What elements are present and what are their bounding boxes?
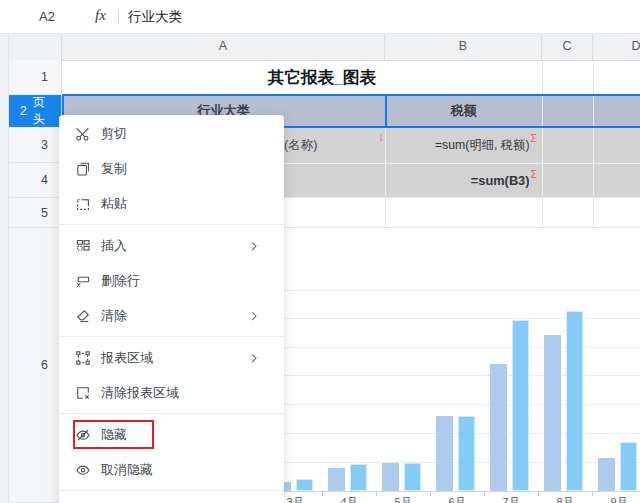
sum-badge-icon: Σ (531, 168, 538, 180)
menu-divider (59, 224, 284, 225)
column-header-A[interactable]: A (62, 33, 385, 60)
copy-icon (75, 161, 91, 177)
formula-bar: A2 fx 行业大类 (0, 0, 640, 34)
bar-series-sky-blue-5月 (404, 463, 421, 491)
paste-icon (75, 196, 91, 212)
clear-report-region-icon (75, 385, 91, 401)
row-number: 5 (41, 206, 48, 220)
bar-series-sky-blue-6月 (458, 416, 475, 491)
chevron-right-icon (248, 310, 260, 322)
clear-icon (75, 308, 91, 324)
menu-item-label: 隐藏 (101, 426, 127, 444)
column-header-C[interactable]: C (542, 33, 593, 60)
row-number: 1 (41, 70, 48, 84)
context-menu: 剪切复制粘贴插入删除行清除报表区域清除报表区域隐藏取消隐藏 (59, 115, 284, 503)
insert-icon (75, 238, 91, 254)
row-header-4[interactable]: 4 (8, 163, 62, 198)
menu-item-label: 粘贴 (101, 195, 127, 213)
x-axis-label: 9月 (605, 495, 633, 503)
column-header-B[interactable]: B (385, 33, 542, 60)
menu-item-clear-report-region[interactable]: 清除报表区域 (59, 375, 284, 410)
axis-tick (538, 491, 539, 496)
menu-divider (59, 413, 284, 414)
bar-series-light-blue-7月 (490, 364, 507, 491)
bar-series-light-blue-8月 (544, 335, 561, 491)
bar-series-light-blue-9月 (598, 458, 615, 491)
axis-tick (484, 491, 485, 496)
unhide-icon (75, 462, 91, 478)
x-axis-label: 7月 (497, 495, 525, 503)
menu-item-label: 剪切 (101, 125, 127, 143)
column-header-row: ABCD (8, 33, 640, 61)
menu-item-copy[interactable]: 复制 (59, 151, 284, 186)
formula-bar-divider (118, 9, 119, 24)
cell-title[interactable]: 其它报表_图表 (62, 60, 582, 95)
left-edge-strip (0, 33, 9, 503)
menu-item-delete-row[interactable]: 删除行 (59, 263, 284, 298)
axis-tick (430, 491, 431, 496)
chevron-right-icon (248, 352, 260, 364)
row-type-tag: 页头 (33, 94, 48, 128)
menu-item-unhide[interactable]: 取消隐藏 (59, 452, 284, 487)
row-header-3[interactable]: 3 (8, 127, 62, 163)
bar-series-sky-blue-8月 (566, 311, 583, 491)
select-all-corner[interactable] (8, 33, 62, 60)
row-header-5[interactable]: 5 (8, 198, 62, 228)
axis-tick (322, 491, 323, 496)
x-axis-label: 3月 (281, 495, 309, 503)
axis-tick (592, 491, 593, 496)
column-header-D[interactable]: D (593, 33, 640, 60)
menu-item-paste[interactable]: 粘贴 (59, 186, 284, 221)
menu-divider (59, 490, 284, 491)
axis-tick (376, 491, 377, 496)
menu-item-label: 清除 (101, 307, 127, 325)
cell-b3[interactable]: =sum(明细, 税额) Σ (385, 127, 537, 163)
x-axis-label: 8月 (551, 495, 579, 503)
cell-b2[interactable]: 税额 (385, 95, 542, 127)
sort-arrow-icon: ↓ (378, 130, 384, 144)
menu-item-label: 插入 (101, 237, 127, 255)
row-number: 4 (41, 173, 48, 187)
delete-row-icon (75, 273, 91, 289)
b4-formula: =sum(B3) (471, 173, 530, 188)
row-header-2[interactable]: 2页头 (8, 95, 62, 127)
spreadsheet-app: A2 fx 行业大类 ABCD 12页头3456 其它报表_图表 行业大类 税额… (0, 0, 640, 503)
bar-series-sky-blue-9月 (620, 442, 637, 491)
row-number: 3 (41, 138, 48, 152)
row-header-1[interactable]: 1 (8, 60, 62, 95)
x-axis-label: 5月 (389, 495, 417, 503)
b3-formula: =sum(明细, 税额) (435, 137, 530, 154)
menu-item-report-region[interactable]: 报表区域 (59, 340, 284, 375)
bar-series-light-blue-5月 (382, 463, 399, 491)
x-axis-label: 4月 (335, 495, 363, 503)
menu-divider (59, 336, 284, 337)
menu-item-clear[interactable]: 清除 (59, 298, 284, 333)
fx-icon: fx (95, 0, 106, 33)
menu-item-label: 复制 (101, 160, 127, 178)
bar-series-light-blue-4月 (328, 468, 345, 491)
bar-series-sky-blue-7月 (512, 320, 529, 491)
cell-b4[interactable]: =sum(B3) Σ (385, 163, 537, 198)
menu-item-insert[interactable]: 插入 (59, 228, 284, 263)
report-region-icon (75, 350, 91, 366)
bar-series-sky-blue-3月 (296, 479, 313, 491)
row-number: 6 (41, 358, 48, 372)
chevron-right-icon (248, 240, 260, 252)
cell-reference-box[interactable]: A2 (8, 0, 86, 33)
bar-series-light-blue-6月 (436, 416, 453, 491)
cell-a3-visible-text[interactable]: (名称) (284, 127, 317, 163)
row-number: 2 (20, 104, 27, 118)
sum-badge-icon: Σ (531, 132, 538, 144)
menu-item-cut[interactable]: 剪切 (59, 116, 284, 151)
x-axis-label: 6月 (443, 495, 471, 503)
row-header-6[interactable]: 6 (8, 228, 62, 503)
menu-item-hide[interactable]: 隐藏 (59, 417, 284, 452)
formula-input[interactable]: 行业大类 (128, 0, 182, 33)
bar-series-sky-blue-4月 (350, 464, 367, 491)
hide-icon (75, 427, 91, 443)
cut-icon (75, 126, 91, 142)
menu-item-label: 删除行 (101, 272, 140, 290)
menu-item-label: 清除报表区域 (101, 384, 179, 402)
menu-item-label: 取消隐藏 (101, 461, 153, 479)
menu-item-label: 报表区域 (101, 349, 153, 367)
